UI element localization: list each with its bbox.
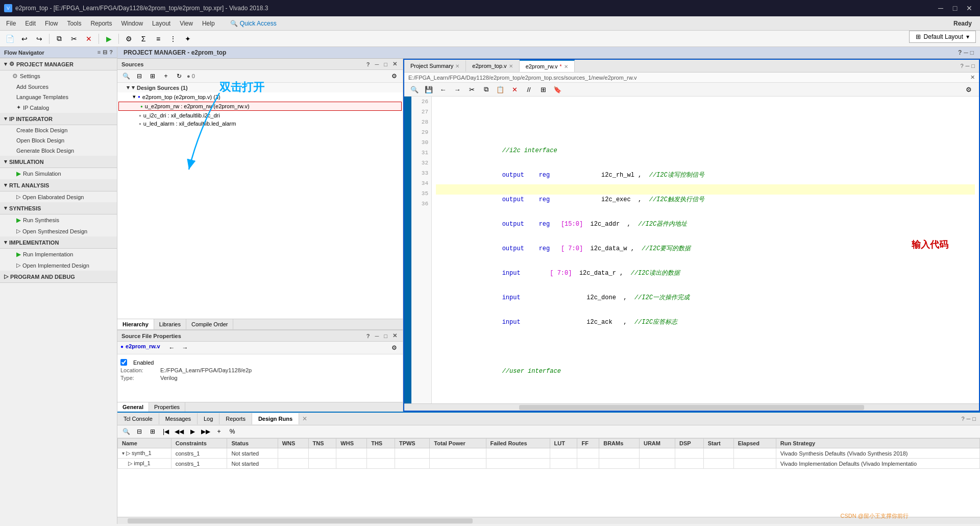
- ed-delete-btn[interactable]: ✕: [508, 84, 521, 95]
- quick-access-label[interactable]: Quick Access: [240, 20, 277, 27]
- ed-search-btn[interactable]: 🔍: [408, 84, 421, 95]
- editor-hscroll-thumb[interactable]: [519, 405, 864, 410]
- fn-item-settings[interactable]: ⚙ Settings: [0, 70, 117, 82]
- tb-btn-6[interactable]: ✦: [181, 33, 194, 45]
- copy-button[interactable]: ⧉: [53, 33, 66, 45]
- undo-button[interactable]: ↩: [18, 33, 31, 45]
- options-button[interactable]: ⚙: [122, 33, 135, 45]
- bt-tab-close-btn[interactable]: ✕: [299, 413, 310, 425]
- run-impl-row[interactable]: ▷ impl_1 constrs_1 Not started: [118, 459, 980, 469]
- maximize-button[interactable]: □: [948, 3, 962, 13]
- pm-help-icon[interactable]: ?: [958, 49, 962, 56]
- editor-scrollbar-bottom[interactable]: [404, 403, 979, 411]
- sources-refresh-btn[interactable]: ↻: [174, 71, 185, 81]
- run-synth-row[interactable]: ▾ ▷ synth_1 constrs_1 Not started: [118, 448, 980, 459]
- fn-item-run-synthesis[interactable]: ▶ Run Synthesis: [0, 214, 117, 226]
- sources-close-btn[interactable]: ✕: [391, 60, 399, 68]
- sigma-button[interactable]: Σ: [137, 33, 150, 45]
- bt-first-btn[interactable]: |◀: [160, 426, 172, 437]
- design-sources-header[interactable]: ▾ ▾ Design Sources (1): [117, 83, 403, 92]
- tb-btn-5[interactable]: ⋮: [166, 33, 180, 45]
- ed-format-btn[interactable]: ⊞: [537, 84, 549, 95]
- bt-tab-tcl-console[interactable]: Tcl Console: [117, 413, 159, 424]
- src-tab-hierarchy[interactable]: Hierarchy: [117, 319, 154, 329]
- delete-button[interactable]: ✕: [82, 33, 95, 45]
- pm-minimize-icon[interactable]: ─: [964, 49, 968, 56]
- bottom-hscroll-thumb[interactable]: [128, 518, 473, 523]
- fn-item-language-templates[interactable]: Language Templates: [0, 92, 117, 102]
- ed-tab-e2prom-rw[interactable]: e2prom_rw.v * ✕: [520, 60, 575, 72]
- bt-tab-design-runs[interactable]: Design Runs: [252, 413, 299, 424]
- bt-play-btn[interactable]: ▶: [187, 426, 198, 437]
- src-tab-compile-order[interactable]: Compile Order: [186, 319, 234, 329]
- fn-section-header-impl[interactable]: ▾ IMPLEMENTATION: [0, 236, 117, 249]
- run-button[interactable]: ▶: [102, 33, 115, 45]
- ed-back-btn[interactable]: ←: [437, 84, 449, 95]
- fn-item-open-block-design[interactable]: Open Block Design: [0, 135, 117, 146]
- src-tab-libraries[interactable]: Libraries: [154, 319, 186, 329]
- fn-section-header-sim[interactable]: ▾ SIMULATION: [0, 156, 117, 168]
- i2c-dri-item[interactable]: ● u_i2c_dri : xil_defaultlib.i2c_dri: [117, 111, 403, 119]
- bt-add-btn[interactable]: +: [213, 426, 225, 437]
- sources-settings-btn[interactable]: ⚙: [388, 71, 400, 81]
- ed-tab-et-close[interactable]: ✕: [509, 63, 513, 69]
- ed-tab-er-close[interactable]: ✕: [564, 64, 568, 69]
- ed-path-close[interactable]: ✕: [970, 74, 975, 81]
- redo-button[interactable]: ↪: [33, 33, 46, 45]
- menu-reports[interactable]: Reports: [86, 18, 116, 29]
- ed-forward-btn[interactable]: →: [451, 84, 463, 95]
- fn-item-run-simulation[interactable]: ▶ Run Simulation: [0, 168, 117, 179]
- pm-float-icon[interactable]: □: [970, 49, 974, 56]
- sources-float-btn[interactable]: □: [382, 61, 389, 68]
- tb-btn-4[interactable]: ≡: [152, 33, 165, 45]
- bt-percent-btn[interactable]: %: [227, 426, 238, 437]
- ed-min-btn[interactable]: ─: [966, 63, 970, 69]
- fn-section-header-rtl[interactable]: ▾ RTL ANALYSIS: [0, 179, 117, 192]
- menu-file[interactable]: File: [2, 18, 20, 29]
- fn-item-open-implemented[interactable]: ▷ Open Implemented Design: [0, 260, 117, 271]
- bt-expand-btn[interactable]: ⊞: [147, 426, 158, 437]
- bt-prev-btn[interactable]: ◀◀: [174, 426, 185, 437]
- fn-item-ip-catalog[interactable]: ✦ IP Catalog: [0, 102, 117, 113]
- sfp-min-btn[interactable]: ─: [374, 332, 381, 340]
- sfp-prev-btn[interactable]: ←: [166, 343, 178, 353]
- sfp-next-btn[interactable]: →: [180, 343, 191, 353]
- ed-max-btn[interactable]: □: [971, 63, 975, 69]
- bt-next-btn[interactable]: ▶▶: [200, 426, 211, 437]
- default-layout-button[interactable]: ⊞ Default Layout ▾: [909, 31, 976, 43]
- fn-section-header-ipi[interactable]: ▾ IP INTEGRATOR: [0, 113, 117, 125]
- sfp-float-btn[interactable]: □: [382, 332, 389, 340]
- code-editor[interactable]: 26 27 28 29 30 31 32 33 34 35 36: [404, 97, 979, 403]
- ed-settings-icon[interactable]: ⚙: [963, 84, 975, 95]
- menu-window[interactable]: Window: [117, 18, 147, 29]
- ed-copy-btn[interactable]: ⧉: [480, 84, 492, 95]
- cut-button[interactable]: ✂: [67, 33, 81, 45]
- bt-tab-reports[interactable]: Reports: [219, 413, 252, 424]
- fn-item-add-sources[interactable]: Add Sources: [0, 82, 117, 92]
- ed-bookmark-btn[interactable]: 🔖: [551, 84, 564, 95]
- menu-edit[interactable]: Edit: [21, 18, 40, 29]
- ed-paste-btn[interactable]: 📋: [494, 84, 506, 95]
- fn-section-header-pm[interactable]: ▾ ⚙ PROJECT MANAGER: [0, 58, 117, 70]
- fn-item-generate-block-design[interactable]: Generate Block Design: [0, 146, 117, 156]
- top-module-item[interactable]: ▾ ● e2prom_top (e2prom_top.v) (3): [117, 92, 403, 101]
- fn-item-open-elaborated[interactable]: ▷ Open Elaborated Design: [0, 192, 117, 202]
- fn-section-header-pad[interactable]: ▷ PROGRAM AND DEBUG: [0, 271, 117, 283]
- ed-save-btn[interactable]: 💾: [423, 84, 435, 95]
- ed-comment-btn[interactable]: //: [523, 84, 535, 95]
- flow-nav-ctrl-2[interactable]: ⊟: [103, 49, 107, 56]
- bt-tab-log[interactable]: Log: [198, 413, 219, 424]
- fn-item-run-implementation[interactable]: ▶ Run Implementation: [0, 249, 117, 260]
- e2prom-rw-item[interactable]: ● u_e2prom_rw : e2prom_rw (e2prom_rw.v): [118, 102, 402, 111]
- sources-min-btn[interactable]: ─: [374, 61, 381, 68]
- menu-tools[interactable]: Tools: [63, 18, 85, 29]
- synth-expand[interactable]: ▾: [122, 450, 125, 456]
- ed-cut-btn[interactable]: ✂: [465, 84, 478, 95]
- led-alarm-item[interactable]: ● u_led_alarm : xil_defaultlib.led_alarm: [117, 119, 403, 128]
- sources-add-btn[interactable]: +: [160, 71, 172, 81]
- sfp-enabled-checkbox[interactable]: [120, 359, 127, 366]
- new-file-button[interactable]: 📄: [3, 33, 16, 45]
- fn-section-header-synth[interactable]: ▾ SYNTHESIS: [0, 202, 117, 214]
- sfp-settings-btn[interactable]: ⚙: [388, 343, 400, 353]
- bt-collapse-btn[interactable]: ⊟: [134, 426, 145, 437]
